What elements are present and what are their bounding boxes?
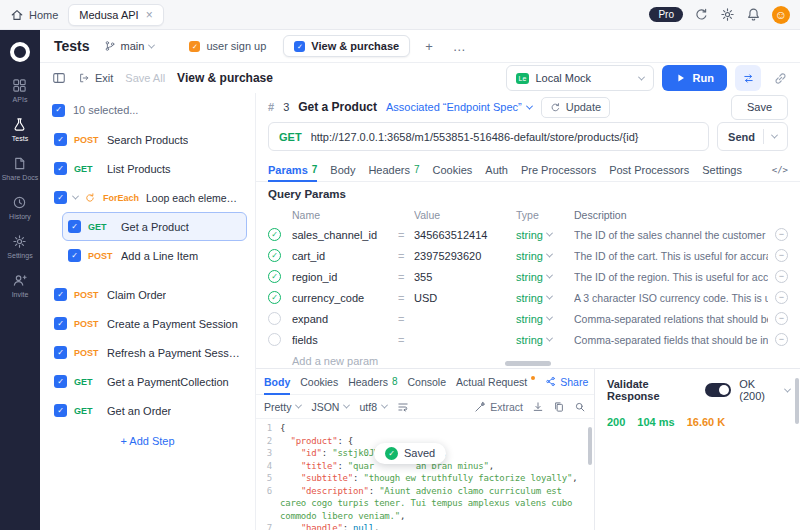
bell-icon[interactable] (746, 7, 761, 22)
test-step-claim-order[interactable]: ✓POSTClaim Order (48, 280, 247, 309)
sync-icon[interactable] (694, 7, 709, 22)
param-name[interactable]: cart_id (292, 250, 398, 262)
url-input[interactable]: GET http://127.0.0.1:3658/m1/553851-5164… (268, 122, 709, 151)
request-tab-post-processors[interactable]: Post Processors (609, 158, 689, 181)
code-view-icon[interactable]: </> (772, 165, 788, 175)
link-icon[interactable] (773, 71, 788, 86)
gear-icon[interactable] (720, 7, 735, 22)
step-checkbox[interactable]: ✓ (54, 404, 67, 417)
avatar[interactable]: ☺ (772, 6, 790, 24)
validate-toggle[interactable] (705, 383, 731, 397)
remove-param-icon[interactable]: − (775, 312, 788, 325)
param-description[interactable]: The ID of the sales channel the customer… (574, 229, 768, 241)
response-tab-cookies[interactable]: Cookies (300, 369, 338, 394)
test-step-get-an-order[interactable]: ✓GETGet an Order (48, 396, 247, 425)
app-logo[interactable] (10, 42, 30, 62)
share-button[interactable]: Share (545, 376, 588, 388)
param-enabled-icon[interactable]: ✓ (268, 249, 281, 262)
response-body-editor[interactable]: 1{2 "product": {3 "id": "sstjk0JV l",4 "… (256, 419, 594, 530)
param-enabled-icon[interactable]: ✓ (268, 270, 281, 283)
param-type-select[interactable]: string (516, 250, 574, 262)
chevron-down-icon[interactable] (72, 193, 79, 200)
rail-item-history[interactable]: History (2, 195, 39, 220)
param-value[interactable]: USD (414, 292, 516, 304)
response-tab-console[interactable]: Console (407, 369, 446, 394)
save-all-button[interactable]: Save All (125, 72, 165, 84)
remove-param-icon[interactable]: − (775, 249, 788, 262)
document-tab[interactable]: Medusa API × (68, 4, 163, 26)
method-select[interactable]: GET (279, 131, 302, 143)
request-tab-params[interactable]: Params7 (268, 158, 317, 181)
copy-icon[interactable] (553, 401, 565, 413)
param-description[interactable]: The ID of the cart. This is useful for a… (574, 250, 768, 262)
test-step-create-a-payment-session[interactable]: ✓POSTCreate a Payment Session (48, 309, 247, 338)
horizontal-scrollbar[interactable] (505, 361, 551, 366)
format-select-json[interactable]: JSON (311, 401, 349, 413)
collapse-sidebar-icon[interactable] (52, 71, 66, 85)
download-icon[interactable] (532, 401, 544, 413)
step-checkbox[interactable]: ✓ (54, 375, 67, 388)
request-tab-settings[interactable]: Settings (702, 158, 742, 181)
runner-panel-button[interactable] (735, 65, 761, 91)
remove-param-icon[interactable]: − (775, 270, 788, 283)
param-name[interactable]: fields (292, 334, 398, 346)
home-button[interactable]: Home (10, 8, 58, 22)
param-enabled-icon[interactable]: ✓ (268, 312, 281, 325)
step-checkbox[interactable]: ✓ (54, 162, 67, 175)
test-step-refresh-a-payment-session[interactable]: ✓POSTRefresh a Payment Session (48, 338, 247, 367)
param-description[interactable]: Comma-separated fields that should be in… (574, 334, 768, 346)
param-value[interactable]: 355 (414, 271, 516, 283)
request-tab-headers[interactable]: Headers7 (368, 158, 419, 181)
param-description[interactable]: The ID of the region. This is useful for… (574, 271, 768, 283)
step-checkbox[interactable]: ✓ (54, 346, 67, 359)
param-type-select[interactable]: string (516, 313, 574, 325)
param-description[interactable]: A 3 character ISO currency code. This is… (574, 292, 768, 304)
search-icon[interactable] (574, 401, 586, 413)
request-tab-body[interactable]: Body (330, 158, 355, 181)
test-step-get-a-product[interactable]: ✓GETGet a Product (62, 212, 247, 241)
step-checkbox[interactable]: ✓ (68, 249, 81, 262)
extract-button[interactable]: Extract (474, 401, 523, 413)
test-step-add-a-line-item[interactable]: ✓POSTAdd a Line Item (62, 241, 247, 270)
param-enabled-icon[interactable]: ✓ (268, 291, 281, 304)
remove-param-icon[interactable]: − (775, 333, 788, 346)
response-tab-actual-request[interactable]: Actual Request (456, 369, 535, 394)
more-tabs-button[interactable]: … (448, 39, 471, 54)
step-checkbox[interactable]: ✓ (54, 317, 67, 330)
environment-select[interactable]: Le Local Mock (506, 65, 654, 91)
param-value[interactable]: 345663512414 (414, 229, 516, 241)
request-tab-pre-processors[interactable]: Pre Processors (521, 158, 596, 181)
editor-scrollbar[interactable] (588, 427, 592, 465)
rail-item-settings[interactable]: Settings (2, 234, 39, 259)
param-enabled-icon[interactable]: ✓ (268, 228, 281, 241)
add-tab-button[interactable]: + (420, 39, 438, 54)
step-checkbox[interactable]: ✓ (54, 288, 67, 301)
add-step-button[interactable]: + Add Step (48, 435, 247, 447)
response-tab-headers[interactable]: Headers8 (348, 369, 397, 394)
select-all-checkbox[interactable]: ✓ (52, 104, 65, 117)
rail-item-invite[interactable]: Invite (2, 273, 39, 298)
run-button[interactable]: Run (662, 65, 727, 91)
format-select-utf8[interactable]: utf8 (359, 401, 387, 413)
update-button[interactable]: Update (541, 97, 610, 118)
param-type-select[interactable]: string (516, 292, 574, 304)
param-name[interactable]: region_id (292, 271, 398, 283)
remove-param-icon[interactable]: − (775, 291, 788, 304)
param-value[interactable]: 23975293620 (414, 250, 516, 262)
param-name[interactable]: currency_code (292, 292, 398, 304)
param-type-select[interactable]: string (516, 229, 574, 241)
param-type-select[interactable]: string (516, 334, 574, 346)
rail-item-apis[interactable]: APIs (2, 78, 39, 103)
validate-status[interactable]: OK (200) (739, 378, 790, 402)
param-name[interactable]: expand (292, 313, 398, 325)
param-enabled-icon[interactable]: ✓ (268, 333, 281, 346)
step-checkbox[interactable]: ✓ (54, 133, 67, 146)
response-tab-body[interactable]: Body (264, 369, 290, 394)
test-step-get-a-paymentcollection[interactable]: ✓GETGet a PaymentCollection (48, 367, 247, 396)
scenario-tab-view-purchase[interactable]: ✓View & purchase (283, 35, 410, 57)
chevron-down-icon[interactable] (771, 132, 778, 139)
remove-param-icon[interactable]: − (775, 228, 788, 241)
param-description[interactable]: Comma-separated relations that should be… (574, 313, 768, 325)
test-step-search-products[interactable]: ✓POSTSearch Products (48, 125, 247, 154)
request-tab-cookies[interactable]: Cookies (433, 158, 473, 181)
